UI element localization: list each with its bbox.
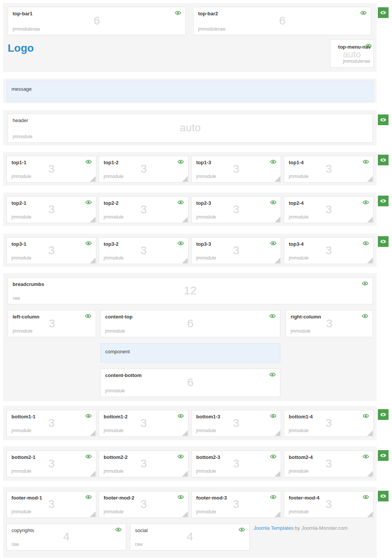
resize-handle[interactable] (275, 217, 280, 222)
eye-icon[interactable] (269, 372, 276, 377)
eye-icon[interactable] (363, 200, 369, 205)
position-top3-4: top3-4 3 jmmodule (284, 237, 374, 264)
position-grid-size: 3 (192, 203, 281, 216)
eye-icon[interactable] (270, 454, 277, 459)
row-visibility-toggle-bottom2[interactable] (378, 450, 389, 461)
row-visibility-toggle-top[interactable] (378, 7, 389, 18)
resize-handle[interactable] (182, 430, 188, 436)
resize-handle[interactable] (367, 511, 373, 517)
position-grid-size: 3 (7, 498, 96, 511)
eye-icon[interactable] (239, 527, 245, 532)
resize-handle[interactable] (182, 258, 188, 263)
eye-icon[interactable] (177, 200, 184, 205)
eye-icon[interactable] (362, 313, 368, 318)
resize-handle[interactable] (90, 217, 96, 222)
resize-handle[interactable] (90, 511, 96, 517)
resize-handle[interactable] (90, 258, 96, 263)
eye-icon[interactable] (177, 413, 184, 418)
eye-icon[interactable] (270, 413, 277, 418)
position-grid-size: 3 (99, 498, 188, 511)
position-grid-size: 3 (99, 203, 188, 216)
resize-handle[interactable] (275, 258, 280, 263)
row-visibility-toggle-top2[interactable] (378, 196, 389, 206)
eye-icon[interactable] (177, 241, 184, 246)
eye-icon[interactable] (365, 43, 372, 48)
position-type-label: jmmodule (196, 509, 216, 514)
credit-text: by Joomla-Monster.com (295, 525, 348, 531)
position-bottom2-3: bottom2-3 3 jmmodule (191, 451, 281, 477)
position-top1-4: top1-4 3 jmmodule (284, 156, 374, 183)
resize-handle[interactable] (367, 217, 373, 222)
eye-icon[interactable] (85, 241, 92, 246)
joomla-templates-link[interactable]: Joomla Templates (254, 525, 294, 531)
eye-icon[interactable] (85, 495, 92, 500)
position-top2-4: top2-4 3 jmmodule (284, 196, 374, 223)
position-grid-size: 3 (7, 162, 96, 175)
eye-icon[interactable] (363, 159, 369, 164)
eye-icon[interactable] (362, 281, 368, 286)
position-footer-mod-3: footer-mod-3 3 jmmodule (191, 491, 281, 518)
row-visibility-toggle-bottom1[interactable] (378, 409, 389, 420)
position-grid-size: 12 (8, 284, 372, 297)
eye-icon[interactable] (177, 159, 184, 164)
eye-icon[interactable] (177, 454, 184, 459)
position-type-label: raw (135, 542, 142, 547)
resize-handle[interactable] (367, 258, 373, 263)
eye-icon[interactable] (85, 413, 92, 418)
position-type-label: jmmodule (105, 388, 125, 393)
eye-icon[interactable] (115, 527, 122, 532)
row-visibility-toggle-top1[interactable] (378, 155, 389, 165)
resize-handle[interactable] (367, 430, 373, 436)
eye-icon[interactable] (85, 313, 91, 318)
eye-icon[interactable] (177, 495, 184, 500)
position-grid-size: 3 (192, 416, 281, 429)
position-grid-size: 6 (101, 317, 280, 330)
resize-handle[interactable] (275, 430, 280, 436)
eye-icon[interactable] (363, 241, 369, 246)
position-type-label: jmmoduleraw (13, 26, 40, 32)
position-type-label: jmmodule (11, 174, 31, 179)
position-type-label: jmmodule (104, 469, 124, 474)
resize-handle[interactable] (182, 471, 188, 477)
eye-icon[interactable] (269, 313, 276, 318)
resize-handle[interactable] (275, 471, 280, 477)
position-grid-size: 3 (192, 498, 281, 511)
resize-handle[interactable] (367, 471, 373, 477)
eye-icon[interactable] (270, 241, 277, 246)
resize-handle[interactable] (367, 176, 373, 182)
eye-icon[interactable] (85, 454, 92, 459)
eye-icon[interactable] (270, 495, 277, 500)
position-type-label: jmmodule (13, 134, 33, 139)
eye-icon[interactable] (175, 10, 181, 15)
resize-handle[interactable] (90, 176, 96, 182)
position-type-label: jmmodule (196, 469, 216, 474)
position-grid-size: 3 (7, 457, 96, 470)
eye-icon[interactable] (85, 159, 92, 164)
resize-handle[interactable] (275, 511, 280, 517)
position-type-label: jmmodule (196, 174, 216, 179)
eye-icon[interactable] (363, 454, 369, 459)
row-visibility-toggle-header[interactable] (378, 114, 389, 125)
section-message: message (3, 78, 377, 103)
row-visibility-toggle-footer[interactable] (378, 491, 389, 501)
eye-icon[interactable] (363, 413, 369, 418)
eye-icon[interactable] (270, 200, 277, 205)
resize-handle[interactable] (90, 430, 96, 436)
resize-handle[interactable] (90, 471, 96, 477)
resize-handle[interactable] (182, 176, 188, 182)
position-bottom1-3: bottom1-3 3 jmmodule (191, 410, 281, 437)
row-visibility-toggle-top3[interactable] (378, 236, 389, 247)
eye-icon[interactable] (363, 495, 369, 500)
eye-icon[interactable] (360, 10, 367, 15)
resize-handle[interactable] (275, 176, 280, 182)
resize-handle[interactable] (182, 511, 188, 517)
position-type-label: jmmodule (11, 214, 31, 220)
position-breadcrumbs: breadcrumbs 12 raw (8, 278, 373, 304)
position-grid-size: 3 (7, 416, 96, 429)
eye-icon[interactable] (270, 159, 277, 164)
eye-icon[interactable] (85, 200, 92, 205)
position-footer-mod-2: footer-mod-2 3 jmmodule (99, 491, 189, 518)
position-grid-size: 3 (192, 457, 281, 470)
resize-handle[interactable] (182, 217, 188, 222)
position-type-label: raw (11, 542, 19, 547)
